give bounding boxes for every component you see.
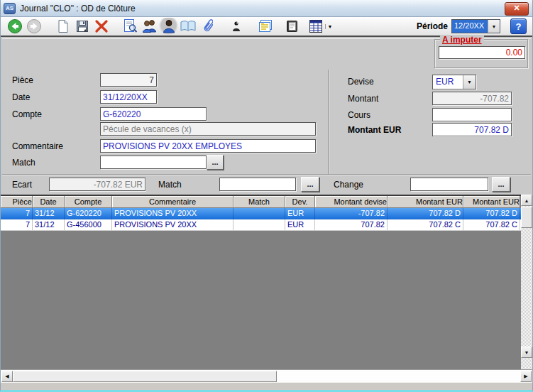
compte-name-field[interactable] [100,122,316,136]
new-document-icon [56,19,70,33]
table-cell[interactable]: 707.82 D [388,208,463,219]
table-body: 731/12G-620220PROVISIONS PV 20XXEUR-707.… [1,208,522,231]
periode-combobox[interactable]: 12/20XX ▼ [451,19,500,33]
open-book-icon [180,19,197,33]
a-imputer-field[interactable] [439,46,525,59]
help-button[interactable]: ? [510,18,527,34]
table-cell[interactable]: G-456000 [65,219,112,230]
user-icon [161,18,177,34]
table-cell[interactable]: 707.82 C [463,219,520,230]
column-header[interactable]: Commentaire [112,196,233,208]
table-cell[interactable]: PROVISIONS PV 20XX [112,208,233,219]
montant-field[interactable] [432,92,512,105]
commentaire-field[interactable] [100,139,316,153]
table-cell[interactable]: 707.82 D [463,208,520,219]
form-divider [328,70,329,174]
table-cell[interactable]: 7 [1,208,33,219]
list-window-button[interactable] [255,18,275,35]
table-cell[interactable]: 7 [1,219,33,230]
date-label: Date [12,92,30,102]
forward-button[interactable] [24,18,43,35]
montant-eur-label: Montant EUR [348,125,401,135]
table-cell[interactable]: EUR [285,219,315,230]
address-book-button[interactable] [282,18,301,35]
change-label: Change [334,180,363,190]
montant-label: Montant [348,94,378,104]
ecart-match-field[interactable] [219,178,296,191]
ecart-match-browse-button[interactable]: ... [301,177,319,192]
change-browse-button[interactable]: ... [492,177,510,192]
column-header[interactable]: Montant EUR [388,196,463,208]
table-cell[interactable]: 707.82 C [388,219,463,230]
table-cell[interactable]: 707.82 [315,219,388,230]
date-field[interactable] [100,90,157,104]
open-book-button[interactable] [178,18,197,35]
search-document-button[interactable] [121,18,140,35]
devise-value[interactable]: EUR [433,75,463,89]
new-document-button[interactable] [53,18,72,35]
vertical-scroll-thumb[interactable] [521,207,532,228]
scroll-right-button[interactable]: ▶ [520,371,532,382]
column-header[interactable]: Dev. [285,196,315,208]
user-button[interactable] [159,18,178,35]
forward-icon [26,18,42,34]
table-cell[interactable] [233,219,285,230]
change-field[interactable] [410,178,488,191]
horizontal-scroll-thumb[interactable] [13,371,277,382]
match-browse-button[interactable]: ... [207,155,224,170]
table-cell[interactable]: PROVISIONS PV 20XX [112,219,233,230]
a-imputer-groupbox: A imputer [434,39,528,68]
back-button[interactable] [5,18,24,35]
commentaire-label: Commentaire [12,141,63,151]
save-icon [75,19,89,33]
chevron-down-icon: ▼ [325,24,333,29]
compte-field[interactable] [100,107,207,121]
ecart-field[interactable] [49,178,145,191]
users-icon [141,18,158,34]
users-button[interactable] [140,18,159,35]
save-button[interactable] [72,18,92,35]
horizontal-scrollbar[interactable]: ◀ ▶ [1,369,532,382]
devise-dropdown-icon[interactable]: ▼ [463,75,476,89]
match-label: Match [12,158,35,168]
table-cell[interactable]: G-620220 [65,208,112,219]
paperclip-icon [202,18,213,34]
person-button[interactable] [226,18,246,35]
cours-field[interactable] [432,108,512,121]
column-header[interactable]: Pièce [1,196,33,208]
scroll-up-button[interactable]: ▲ [521,195,532,206]
column-header[interactable]: Montant EUR [463,196,520,208]
table-header-row: PièceDateCompteCommentaireMatchDev.Monta… [1,196,522,208]
periode-value[interactable]: 12/20XX [452,20,488,33]
scroll-left-button[interactable]: ◀ [1,371,13,382]
scroll-down-button[interactable]: ▼ [521,347,532,358]
column-header[interactable]: Match [233,196,285,208]
table-cell[interactable]: 31/12 [33,219,65,230]
list-window-icon [258,19,273,33]
table-cell[interactable] [233,208,285,219]
table-row[interactable]: 731/12G-456000PROVISIONS PV 20XXEUR707.8… [1,219,522,231]
close-button[interactable]: ✕ [505,2,529,16]
table-cell[interactable]: -707.82 [315,208,388,219]
match-field[interactable] [100,156,207,169]
column-header[interactable]: Montant devise [315,196,388,208]
table-row[interactable]: 731/12G-620220PROVISIONS PV 20XXEUR-707.… [1,208,522,219]
search-document-icon [123,18,138,34]
devise-combobox[interactable]: EUR ▼ [432,75,476,89]
montant-eur-field[interactable] [432,123,512,136]
title-bar[interactable]: AS Journal "CLO" : OD de Clôture ✕ [1,0,532,17]
grid-dropdown-button[interactable]: ▼ [311,18,330,35]
periode-dropdown-icon[interactable]: ▼ [488,20,500,33]
attachment-button[interactable] [197,18,216,35]
vertical-scrollbar[interactable]: ▲ ▼ [521,195,532,369]
column-header[interactable]: Compte [65,196,112,208]
table-cell[interactable]: 31/12 [33,208,65,219]
table-cell[interactable]: EUR [285,208,315,219]
scroll-down-icon: ▼ [524,350,529,355]
column-header[interactable]: Date [33,196,65,208]
delete-button[interactable] [92,18,111,35]
ecart-match-label: Match [158,180,182,190]
piece-field[interactable] [100,73,157,87]
person-icon [231,21,241,32]
a-imputer-label: A imputer [440,35,484,45]
